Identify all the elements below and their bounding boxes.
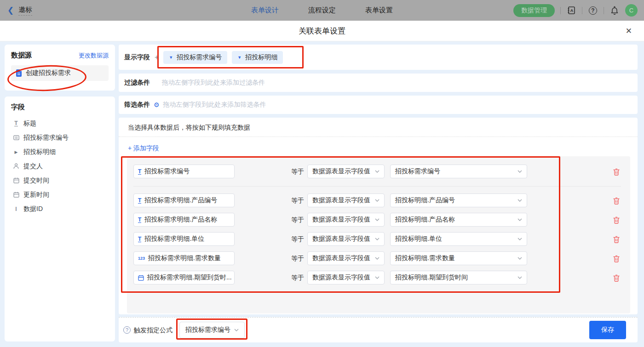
display-field-chip[interactable]: ▼ 招投标明细 — [232, 51, 283, 64]
field-item-data-id[interactable]: I 数据ID — [11, 202, 109, 216]
source-type-select[interactable]: 数据源表显示字段值 — [307, 165, 385, 178]
rule-row: T 招投标需求明细.单位 等于 数据源表显示字段值 招投标明细.单位 — [127, 232, 630, 246]
chip-label: 招投标明细 — [245, 53, 277, 62]
separator — [582, 7, 582, 14]
change-datasource-link[interactable]: 更改数据源 — [79, 51, 109, 60]
rules-hint-text: 当选择具体数据后，将按如下规则填充数据 — [119, 118, 638, 132]
add-display-field-button[interactable]: + — [155, 53, 159, 62]
tab-form-setting[interactable]: 表单设置 — [365, 6, 393, 15]
display-field-chip[interactable]: ▼ 招投标需求编号 — [163, 51, 227, 64]
target-field-select[interactable]: 招投标明细.产品名称 — [390, 213, 527, 227]
field-item-submitter[interactable]: 提交人 — [11, 159, 109, 173]
field-item-submit-time[interactable]: 提交时间 — [11, 173, 109, 188]
rule-field-label: 招投标需求明细.产品名称 — [144, 216, 217, 224]
back-arrow-icon[interactable]: ❮ — [7, 6, 14, 15]
rule-row: T 招投标需求编号 等于 数据源表显示字段值 招投标需求编号 — [127, 165, 630, 178]
chevron-down-icon — [375, 170, 380, 173]
field-item-detail[interactable]: ▶ 招投标明细 — [11, 145, 109, 159]
chevron-down-icon — [518, 257, 522, 260]
text-field-icon: T — [138, 217, 141, 223]
select-value: 数据源表显示字段值 — [312, 273, 370, 282]
rule-field-box[interactable]: 123 招投标需求明细.需求数量 — [133, 251, 235, 265]
source-type-select[interactable]: 数据源表显示字段值 — [307, 232, 385, 246]
source-type-select[interactable]: 数据源表显示字段值 — [307, 193, 385, 207]
sift-placeholder: 拖动左侧字段到此处来添加筛选条件 — [163, 101, 266, 109]
data-manage-button[interactable]: 数据管理 — [513, 4, 555, 17]
delete-rule-icon[interactable] — [613, 255, 620, 262]
serial-number-icon — [13, 135, 19, 141]
chevron-down-icon: ▼ — [237, 55, 242, 60]
delete-rule-icon[interactable] — [613, 274, 620, 282]
rule-row: 123 招投标需求明细.需求数量 等于 数据源表显示字段值 招投标明细.需求数量 — [127, 251, 630, 265]
rule-field-label: 招投标需求明细.产品编号 — [144, 196, 217, 205]
user-avatar[interactable]: C — [625, 4, 638, 17]
chevron-down-icon — [375, 257, 380, 260]
trigger-formula-select[interactable]: 招投标需求编号 — [179, 322, 245, 338]
divider — [133, 186, 621, 187]
delete-rule-icon[interactable] — [613, 197, 620, 205]
select-value: 招投标明细.单位 — [395, 235, 442, 243]
rule-field-box[interactable]: T 招投标需求明细.单位 — [133, 232, 235, 246]
target-field-select[interactable]: 招投标明细.期望到货时间 — [390, 271, 527, 284]
filter-placeholder: 拖动左侧字段到此处来添加过滤条件 — [162, 79, 265, 87]
target-field-select[interactable]: 招投标明细.单位 — [390, 232, 527, 246]
rule-field-box[interactable]: T 招投标需求明细.产品编号 — [133, 193, 235, 207]
delete-rule-icon[interactable] — [613, 216, 620, 224]
field-label: 更新时间 — [23, 191, 49, 199]
field-label: 提交人 — [23, 162, 43, 171]
expand-triangle-icon[interactable]: ▶ — [13, 150, 19, 154]
rule-field-label: 招投标需求编号 — [144, 167, 190, 176]
notification-bell-icon[interactable] — [610, 6, 620, 16]
equals-label: 等于 — [291, 251, 304, 265]
delete-rule-icon[interactable] — [613, 235, 620, 243]
rule-field-label: 招投标需求明细.需求数量 — [148, 254, 221, 262]
tab-form-design[interactable]: 表单设计 — [251, 6, 279, 15]
topbar-actions: 数据管理 A ? C — [513, 4, 638, 17]
target-field-select[interactable]: 招投标明细.产品编号 — [390, 193, 527, 207]
chevron-down-icon — [518, 170, 522, 173]
delete-rule-icon[interactable] — [613, 168, 620, 176]
chevron-down-icon — [234, 329, 239, 331]
field-item-title[interactable]: T 标题 — [11, 116, 109, 131]
sift-condition-row[interactable]: 筛选条件 ⚙ 拖动左侧字段到此处来添加筛选条件 — [119, 96, 638, 114]
rules-table: T 招投标需求编号 等于 数据源表显示字段值 招投标需求编号 — [127, 156, 630, 313]
help-icon[interactable]: ? — [588, 6, 598, 16]
gear-icon[interactable]: ⚙ — [154, 101, 160, 108]
source-type-select[interactable]: 数据源表显示字段值 — [307, 213, 385, 227]
add-field-link[interactable]: + 添加字段 — [128, 144, 159, 153]
field-item-serial[interactable]: 招投标需求编号 — [11, 131, 109, 145]
rule-field-box[interactable]: T 招投标需求明细.产品名称 — [133, 213, 235, 227]
select-value: 数据源表显示字段值 — [312, 235, 370, 243]
datasource-selected-item[interactable]: 创建招投标需求 — [11, 65, 109, 81]
chevron-down-icon — [518, 276, 522, 279]
save-button[interactable]: 保存 — [589, 321, 626, 339]
source-type-select[interactable]: 数据源表显示字段值 — [307, 251, 385, 265]
back-nav[interactable]: ❮ 邀标 — [0, 6, 32, 16]
target-field-select[interactable]: 招投标需求编号 — [390, 165, 527, 178]
display-fields-label: 显示字段 — [124, 53, 150, 62]
form-name-label[interactable]: 邀标 — [18, 6, 32, 16]
screen: ❮ 邀标 表单设计 流程设定 表单设置 数据管理 A ? C 关联表单设置 ✕ — [0, 0, 644, 347]
chevron-down-icon — [375, 199, 380, 202]
target-field-select[interactable]: 招投标明细.需求数量 — [390, 251, 527, 265]
select-value: 数据源表显示字段值 — [312, 216, 370, 224]
chevron-down-icon: ▼ — [169, 55, 173, 60]
rule-row: 招投标需求明细.期望到货时... 等于 数据源表显示字段值 招投标明细.期望到货… — [127, 271, 630, 284]
rule-field-box[interactable]: 招投标需求明细.期望到货时... — [133, 271, 235, 284]
chevron-down-icon — [518, 199, 522, 202]
text-field-icon: T — [138, 198, 141, 204]
rule-field-box[interactable]: T 招投标需求编号 — [133, 165, 235, 178]
field-item-update-time[interactable]: 更新时间 — [11, 188, 109, 202]
close-icon[interactable]: ✕ — [626, 26, 632, 36]
tab-flow-setting[interactable]: 流程设定 — [308, 6, 336, 15]
top-bar: ❮ 邀标 表单设计 流程设定 表单设置 数据管理 A ? C — [0, 0, 644, 21]
rule-field-label: 招投标需求明细.单位 — [144, 235, 204, 243]
select-value: 数据源表显示字段值 — [312, 254, 370, 262]
filter-condition-row[interactable]: 过滤条件 拖动左侧字段到此处来添加过滤条件 — [119, 74, 638, 92]
address-book-icon[interactable]: A — [566, 6, 576, 16]
field-label: 提交时间 — [23, 176, 49, 185]
equals-label: 等于 — [291, 165, 304, 178]
source-type-select[interactable]: 数据源表显示字段值 — [307, 271, 385, 284]
help-question-icon[interactable]: ? — [123, 326, 131, 334]
separator — [604, 7, 604, 14]
